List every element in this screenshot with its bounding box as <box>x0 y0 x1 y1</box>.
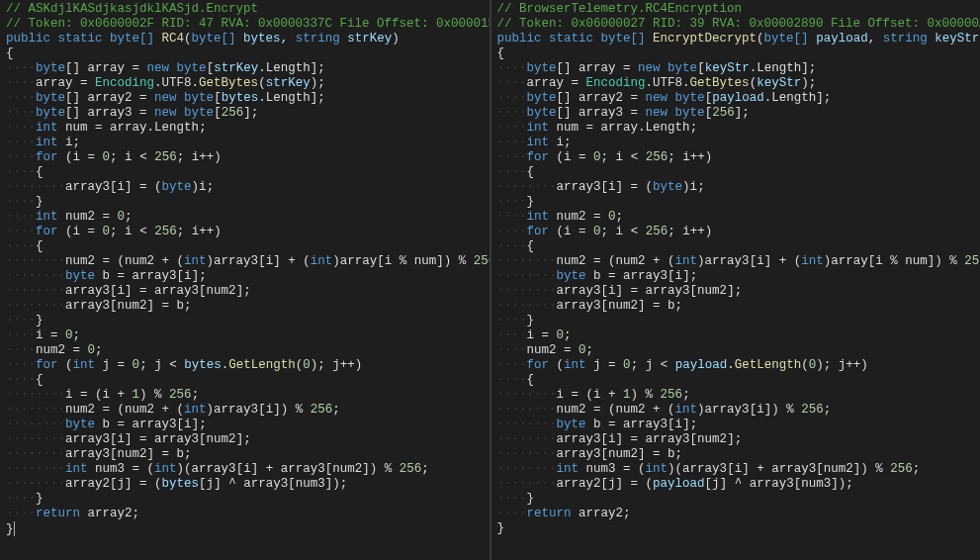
left-method-name: RC4 <box>162 32 185 46</box>
left-code-pane[interactable]: // ASKdjlKASdjkasjdklKASjd.Encrypt // To… <box>0 0 490 560</box>
left-meta-comment: // Token: 0x0600002F RID: 47 RVA: 0x0000… <box>6 17 490 31</box>
right-code: // BrowserTelemetry.RC4Encryption // Tok… <box>497 2 975 536</box>
diff-split-view: // ASKdjlKASdjkasjdklKASjd.Encrypt // To… <box>0 0 980 560</box>
text-cursor <box>14 521 15 536</box>
right-class-comment: // BrowserTelemetry.RC4Encryption <box>497 2 743 16</box>
left-code: // ASKdjlKASdjkasjdklKASjd.Encrypt // To… <box>6 2 484 537</box>
left-class-comment: // ASKdjlKASdjkasjdklKASjd.Encrypt <box>6 2 258 16</box>
right-method-name: EncryptDecrypt <box>653 32 757 46</box>
right-code-pane[interactable]: // BrowserTelemetry.RC4Encryption // Tok… <box>491 0 981 560</box>
right-meta-comment: // Token: 0x06000027 RID: 39 RVA: 0x0000… <box>497 17 981 31</box>
